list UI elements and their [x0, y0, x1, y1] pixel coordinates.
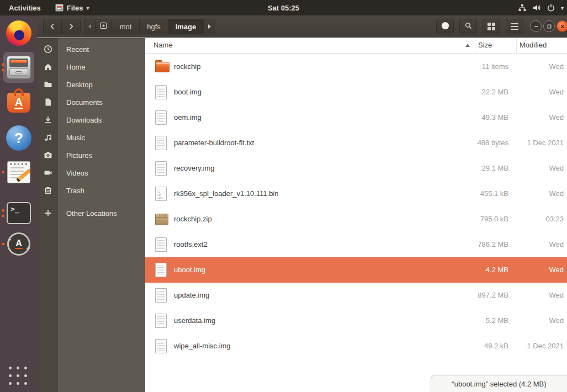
sidebar-item-recent[interactable]: Recent: [38, 40, 145, 58]
sidebar-item-other-locations[interactable]: Other Locations: [38, 204, 145, 222]
dock-item-files[interactable]: [0, 52, 38, 83]
sidebar-item-home[interactable]: Home: [38, 58, 145, 76]
file-name: wipe_all-misc.img: [174, 342, 231, 350]
text-file-icon: [155, 136, 167, 150]
menu-button[interactable]: [506, 19, 523, 34]
sidebar-item-label: Other Locations: [66, 209, 117, 218]
sidebar-item-pictures[interactable]: Pictures: [38, 146, 145, 164]
file-modified: Wed: [499, 316, 564, 325]
file-modified: Wed: [499, 189, 564, 198]
dock: A?>_A: [0, 15, 38, 392]
sidebar-item-documents[interactable]: Documents: [38, 93, 145, 111]
status-text: “uboot.img” selected (4.2 MB): [452, 380, 546, 388]
file-row-oem.img[interactable]: oem.img49.3 MBWed: [145, 105, 567, 130]
file-row-wipe_all-misc.img[interactable]: wipe_all-misc.img49.2 kB1 Dec 2021: [145, 333, 567, 359]
back-button[interactable]: [44, 19, 62, 34]
file-manager-window: mnt hgfs image: [38, 15, 567, 392]
path-scroll-right-button[interactable]: [204, 19, 215, 34]
file-row-rockchip.zip[interactable]: rockchip.zip795.0 kB03:23: [145, 206, 567, 232]
file-modified: Wed: [499, 88, 564, 96]
file-modified: Wed: [499, 164, 564, 172]
file-row-recovery.img[interactable]: recovery.img29.1 MBWed: [145, 156, 567, 181]
file-row-userdata.img[interactable]: userdata.img5.2 MBWed: [145, 308, 567, 333]
file-modified: Wed: [499, 62, 564, 71]
text-file-icon: [155, 288, 167, 303]
search-icon: [464, 22, 473, 32]
file-name: parameter-buildroot-fit.txt: [174, 139, 254, 147]
sort-ascending-icon: [465, 44, 470, 47]
help-icon: ?: [6, 125, 32, 151]
software-updater-icon: A: [6, 231, 32, 257]
app-menu-button[interactable]: Files ▾: [50, 0, 95, 15]
minimize-icon: [533, 24, 539, 29]
view-grid-button[interactable]: [483, 19, 500, 34]
triangle-right-icon: [208, 24, 211, 29]
files-app-icon: [55, 4, 63, 12]
maximize-button[interactable]: [543, 20, 555, 32]
show-applications-button[interactable]: [9, 367, 29, 386]
breadcrumb-mnt[interactable]: mnt: [112, 19, 140, 34]
search-button[interactable]: [459, 19, 477, 34]
file-row-rootfs.ext2[interactable]: rootfs.ext2786.2 MBWed: [145, 232, 567, 257]
sidebar-item-videos[interactable]: Videos: [38, 164, 145, 182]
dock-item-text-editor[interactable]: [0, 159, 38, 186]
top-bar: Activities Files ▾ Sat 05:25 ▾: [0, 0, 567, 15]
file-name: recovery.img: [174, 164, 214, 172]
sidebar-item-label: Pictures: [66, 151, 92, 160]
sidebar-item-downloads[interactable]: Downloads: [38, 111, 145, 129]
path-scroll-left-button[interactable]: [84, 19, 96, 34]
close-button[interactable]: [557, 20, 567, 32]
column-divider: [516, 38, 517, 54]
activities-label: Activities: [9, 4, 41, 12]
dock-item-software-updater[interactable]: A: [0, 231, 38, 257]
file-modified: Wed: [499, 291, 564, 299]
file-row-boot.img[interactable]: boot.img22.2 MBWed: [145, 80, 567, 105]
maximize-icon: [547, 24, 552, 29]
running-indicator-dots: [2, 243, 4, 246]
system-status-area[interactable]: ▾: [518, 0, 564, 15]
download-icon: [38, 115, 58, 124]
file-modified: Wed: [499, 266, 564, 274]
file-row-parameter-buildroot-fit.txt[interactable]: parameter-buildroot-fit.txt488 bytes1 De…: [145, 130, 567, 156]
firefox-icon: [6, 20, 32, 46]
file-row-uboot.img[interactable]: uboot.img4.2 MBWed: [145, 257, 567, 283]
activities-button[interactable]: Activities: [0, 0, 50, 15]
text-file-icon: [155, 110, 167, 125]
sidebar-list: RecentHomeDesktopDocumentsDownloadsMusic…: [38, 40, 145, 222]
breadcrumb-image[interactable]: image: [168, 19, 204, 34]
dock-item-ubuntu-software[interactable]: A: [0, 87, 38, 114]
file-modified: Wed: [499, 113, 564, 121]
file-name: rockchip.zip: [174, 215, 212, 223]
breadcrumb-hgfs[interactable]: hgfs: [140, 19, 168, 34]
column-header-size[interactable]: Size: [478, 41, 492, 49]
ubuntu-desktop: { "topbar": { "activities_label": "Activ…: [0, 0, 567, 392]
terminal-icon: >_: [6, 200, 32, 226]
file-name: rockchip: [174, 62, 200, 71]
sidebar-item-label: Downloads: [66, 116, 102, 124]
file-row-rockchip[interactable]: rockchip11 itemsWed: [145, 54, 567, 80]
sidebar-item-label: Documents: [66, 98, 103, 107]
dock-item-terminal[interactable]: >_: [0, 200, 38, 226]
column-header-name[interactable]: Name: [153, 41, 173, 49]
sidebar-item-trash[interactable]: Trash: [38, 182, 145, 199]
sidebar-item-label: Videos: [66, 169, 88, 177]
sidebar-item-label: Home: [66, 63, 86, 71]
minimize-button[interactable]: [530, 20, 542, 32]
sidebar-item-label: Desktop: [66, 81, 93, 89]
file-row-rk356x_spl_loader_v1.10.111.bin[interactable]: 1 10 101 1010rk356x_spl_loader_v1.10.111…: [145, 181, 567, 206]
disc-button[interactable]: [436, 19, 454, 34]
dock-item-firefox[interactable]: [0, 20, 38, 46]
file-row-update.img[interactable]: update.img897.2 MBWed: [145, 283, 567, 308]
sidebar-item-music[interactable]: Music: [38, 129, 145, 146]
path-drive-button[interactable]: [96, 19, 112, 34]
chevron-down-icon: ▾: [86, 5, 89, 11]
sidebar-item-desktop[interactable]: Desktop: [38, 76, 145, 93]
files-icon: [3, 52, 34, 83]
headerbar: mnt hgfs image: [38, 15, 567, 38]
plus-icon: [38, 209, 58, 218]
file-name: userdata.img: [174, 316, 215, 325]
forward-button[interactable]: [62, 19, 80, 34]
dock-item-help[interactable]: ?: [0, 125, 38, 151]
column-header-modified[interactable]: Modified: [520, 41, 547, 49]
file-name: oem.img: [174, 113, 202, 121]
